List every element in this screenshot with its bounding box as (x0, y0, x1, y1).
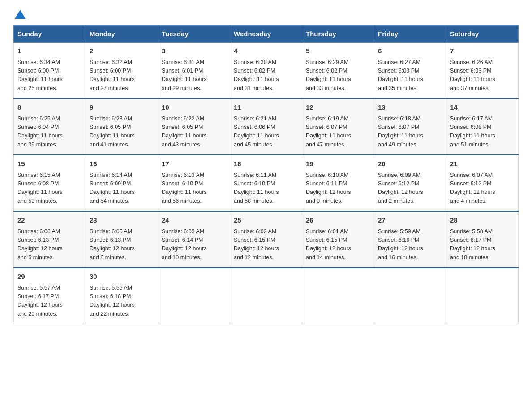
day-info: Sunrise: 6:32 AMSunset: 6:00 PMDaylight:… (90, 58, 154, 93)
day-number: 25 (234, 215, 298, 226)
day-info: Sunrise: 6:11 AMSunset: 6:10 PMDaylight:… (234, 171, 298, 206)
day-number: 21 (450, 159, 515, 169)
day-info: Sunrise: 6:07 AMSunset: 6:12 PMDaylight:… (450, 171, 515, 206)
day-number: 27 (378, 215, 442, 226)
calendar-cell: 15Sunrise: 6:15 AMSunset: 6:08 PMDayligh… (14, 155, 86, 211)
calendar-cell: 29Sunrise: 5:57 AMSunset: 6:17 PMDayligh… (14, 268, 86, 324)
day-number: 10 (162, 103, 226, 113)
day-number: 29 (17, 272, 82, 282)
day-number: 18 (234, 159, 298, 169)
day-info: Sunrise: 6:30 AMSunset: 6:02 PMDaylight:… (234, 58, 298, 93)
day-number: 16 (90, 159, 154, 169)
day-number: 22 (17, 215, 82, 226)
day-info: Sunrise: 6:22 AMSunset: 6:05 PMDaylight:… (162, 115, 226, 150)
day-number: 1 (17, 46, 82, 56)
day-info: Sunrise: 6:10 AMSunset: 6:11 PMDaylight:… (306, 171, 370, 206)
day-number: 24 (162, 215, 226, 226)
day-number: 5 (306, 46, 370, 56)
day-info: Sunrise: 6:09 AMSunset: 6:12 PMDaylight:… (378, 171, 442, 206)
calendar-cell: 21Sunrise: 6:07 AMSunset: 6:12 PMDayligh… (446, 155, 519, 211)
day-info: Sunrise: 6:05 AMSunset: 6:13 PMDaylight:… (90, 227, 154, 262)
calendar-cell: 13Sunrise: 6:18 AMSunset: 6:07 PMDayligh… (374, 98, 446, 155)
calendar-cell: 25Sunrise: 6:02 AMSunset: 6:15 PMDayligh… (230, 211, 302, 268)
day-number: 3 (162, 46, 226, 56)
day-number: 20 (378, 159, 442, 169)
calendar-cell (302, 268, 374, 324)
weekday-header-thursday: Thursday (302, 26, 374, 43)
weekday-header-friday: Friday (374, 26, 446, 43)
day-number: 26 (306, 215, 370, 226)
calendar-week-3: 15Sunrise: 6:15 AMSunset: 6:08 PMDayligh… (14, 155, 519, 211)
day-number: 15 (17, 159, 82, 169)
day-number: 2 (90, 46, 154, 56)
page-header (13, 9, 519, 18)
calendar-cell: 24Sunrise: 6:03 AMSunset: 6:14 PMDayligh… (158, 211, 230, 268)
weekday-header-tuesday: Tuesday (158, 26, 230, 43)
calendar-cell (158, 268, 230, 324)
calendar-cell: 4Sunrise: 6:30 AMSunset: 6:02 PMDaylight… (230, 43, 302, 99)
calendar-cell: 17Sunrise: 6:13 AMSunset: 6:10 PMDayligh… (158, 155, 230, 211)
weekday-header-wednesday: Wednesday (230, 26, 302, 43)
calendar-cell: 2Sunrise: 6:32 AMSunset: 6:00 PMDaylight… (86, 43, 158, 99)
calendar-week-5: 29Sunrise: 5:57 AMSunset: 6:17 PMDayligh… (14, 268, 519, 324)
calendar-table: SundayMondayTuesdayWednesdayThursdayFrid… (13, 25, 519, 324)
day-info: Sunrise: 6:29 AMSunset: 6:02 PMDaylight:… (306, 58, 370, 93)
day-number: 9 (90, 103, 154, 113)
calendar-cell (374, 268, 446, 324)
day-number: 4 (234, 46, 298, 56)
day-info: Sunrise: 6:25 AMSunset: 6:04 PMDaylight:… (17, 115, 82, 150)
day-number: 14 (450, 103, 515, 113)
day-info: Sunrise: 6:01 AMSunset: 6:15 PMDaylight:… (306, 227, 370, 262)
calendar-week-2: 8Sunrise: 6:25 AMSunset: 6:04 PMDaylight… (14, 98, 519, 155)
calendar-cell: 22Sunrise: 6:06 AMSunset: 6:13 PMDayligh… (14, 211, 86, 268)
day-number: 13 (378, 103, 442, 113)
day-number: 30 (90, 272, 154, 282)
day-info: Sunrise: 6:03 AMSunset: 6:14 PMDaylight:… (162, 227, 226, 262)
day-number: 19 (306, 159, 370, 169)
calendar-cell: 20Sunrise: 6:09 AMSunset: 6:12 PMDayligh… (374, 155, 446, 211)
day-info: Sunrise: 6:18 AMSunset: 6:07 PMDaylight:… (378, 115, 442, 150)
day-number: 23 (90, 215, 154, 226)
day-info: Sunrise: 6:02 AMSunset: 6:15 PMDaylight:… (234, 227, 298, 262)
logo-text (13, 9, 27, 18)
calendar-cell: 10Sunrise: 6:22 AMSunset: 6:05 PMDayligh… (158, 98, 230, 155)
day-number: 11 (234, 103, 298, 113)
day-info: Sunrise: 6:31 AMSunset: 6:01 PMDaylight:… (162, 58, 226, 93)
day-info: Sunrise: 5:58 AMSunset: 6:17 PMDaylight:… (450, 227, 515, 262)
calendar-cell: 8Sunrise: 6:25 AMSunset: 6:04 PMDaylight… (14, 98, 86, 155)
day-info: Sunrise: 6:27 AMSunset: 6:03 PMDaylight:… (378, 58, 442, 93)
day-info: Sunrise: 6:26 AMSunset: 6:03 PMDaylight:… (450, 58, 515, 93)
calendar-cell: 23Sunrise: 6:05 AMSunset: 6:13 PMDayligh… (86, 211, 158, 268)
calendar-cell: 28Sunrise: 5:58 AMSunset: 6:17 PMDayligh… (446, 211, 519, 268)
calendar-header-row: SundayMondayTuesdayWednesdayThursdayFrid… (14, 26, 519, 43)
day-number: 28 (450, 215, 515, 226)
calendar-week-4: 22Sunrise: 6:06 AMSunset: 6:13 PMDayligh… (14, 211, 519, 268)
calendar-cell: 5Sunrise: 6:29 AMSunset: 6:02 PMDaylight… (302, 43, 374, 99)
calendar-week-1: 1Sunrise: 6:34 AMSunset: 6:00 PMDaylight… (14, 43, 519, 99)
day-info: Sunrise: 6:19 AMSunset: 6:07 PMDaylight:… (306, 115, 370, 150)
day-number: 7 (450, 46, 515, 56)
calendar-cell: 12Sunrise: 6:19 AMSunset: 6:07 PMDayligh… (302, 98, 374, 155)
calendar-cell: 3Sunrise: 6:31 AMSunset: 6:01 PMDaylight… (158, 43, 230, 99)
day-number: 12 (306, 103, 370, 113)
day-info: Sunrise: 6:14 AMSunset: 6:09 PMDaylight:… (90, 171, 154, 206)
day-number: 8 (17, 103, 82, 113)
calendar-cell: 30Sunrise: 5:55 AMSunset: 6:18 PMDayligh… (86, 268, 158, 324)
calendar-cell: 16Sunrise: 6:14 AMSunset: 6:09 PMDayligh… (86, 155, 158, 211)
day-info: Sunrise: 6:15 AMSunset: 6:08 PMDaylight:… (17, 171, 82, 206)
calendar-cell (230, 268, 302, 324)
calendar-cell: 7Sunrise: 6:26 AMSunset: 6:03 PMDaylight… (446, 43, 519, 99)
calendar-cell: 14Sunrise: 6:17 AMSunset: 6:08 PMDayligh… (446, 98, 519, 155)
day-number: 6 (378, 46, 442, 56)
calendar-cell: 18Sunrise: 6:11 AMSunset: 6:10 PMDayligh… (230, 155, 302, 211)
logo-triangle-icon (15, 10, 26, 19)
calendar-cell: 26Sunrise: 6:01 AMSunset: 6:15 PMDayligh… (302, 211, 374, 268)
day-info: Sunrise: 6:34 AMSunset: 6:00 PMDaylight:… (17, 58, 82, 93)
weekday-header-saturday: Saturday (446, 26, 519, 43)
calendar-cell: 11Sunrise: 6:21 AMSunset: 6:06 PMDayligh… (230, 98, 302, 155)
day-info: Sunrise: 5:55 AMSunset: 6:18 PMDaylight:… (90, 284, 154, 319)
calendar-cell: 27Sunrise: 5:59 AMSunset: 6:16 PMDayligh… (374, 211, 446, 268)
day-info: Sunrise: 6:17 AMSunset: 6:08 PMDaylight:… (450, 115, 515, 150)
calendar-cell: 19Sunrise: 6:10 AMSunset: 6:11 PMDayligh… (302, 155, 374, 211)
weekday-header-monday: Monday (86, 26, 158, 43)
